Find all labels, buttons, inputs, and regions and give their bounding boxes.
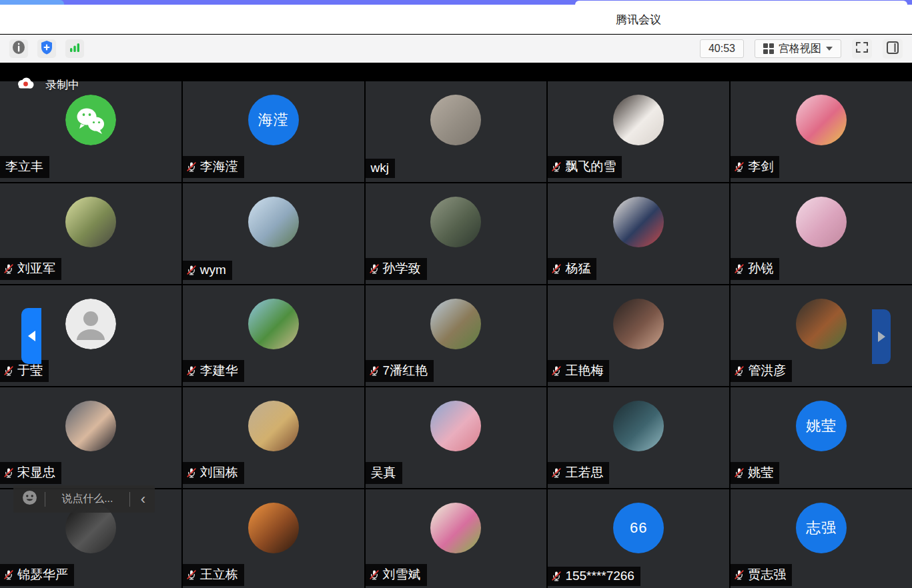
participant-tile[interactable]: 刘雪斌 (366, 489, 547, 588)
participant-tile[interactable]: 吴真 (366, 387, 547, 488)
network-quality-button[interactable] (65, 39, 84, 58)
mic-muted-icon (186, 467, 197, 478)
participant-tile[interactable]: 王若思 (548, 387, 729, 488)
participant-name-label: 7潘红艳 (366, 360, 434, 382)
participant-tile[interactable]: 李剑 (731, 81, 912, 182)
photo-avatar (248, 197, 299, 247)
participant-tile[interactable]: 刘亚军 (0, 183, 181, 284)
participant-name: 王艳梅 (565, 362, 603, 379)
photo-avatar (430, 197, 481, 247)
browser-tab-strip (0, 0, 912, 5)
participant-name: 刘亚军 (17, 260, 55, 277)
participant-tile[interactable]: 王立栋 (183, 489, 364, 588)
participant-name-label: 于莹 (0, 360, 49, 382)
participant-tile[interactable]: 66 155****7266 (548, 489, 729, 588)
participant-name: 李立丰 (5, 158, 43, 175)
participant-tile[interactable]: 飘飞的雪 (548, 81, 729, 182)
meeting-toolbar: 40:53 宫格视图 (0, 35, 912, 63)
participant-tile[interactable]: 孙锐 (731, 183, 912, 284)
mic-muted-icon (551, 161, 562, 172)
mic-muted-icon (186, 569, 197, 580)
meeting-info-button[interactable] (9, 39, 28, 58)
mic-muted-icon (186, 365, 197, 376)
participant-tile[interactable]: wkj (366, 81, 547, 182)
photo-avatar (613, 95, 664, 145)
layout-panel-button[interactable] (883, 39, 903, 59)
view-mode-button[interactable]: 宫格视图 (755, 39, 841, 58)
mic-muted-icon (551, 467, 562, 478)
photo-avatar (430, 95, 481, 145)
participant-name-label: 王立栋 (183, 564, 244, 586)
participant-name: 锦瑟华严 (17, 566, 68, 583)
photo-avatar (796, 299, 847, 349)
participant-name-label: 吴真 (366, 462, 402, 484)
chat-divider (45, 492, 45, 507)
photo-avatar (613, 401, 664, 451)
participant-name: 宋显忠 (17, 464, 55, 481)
participant-name: 王若思 (565, 464, 603, 481)
participant-name-label: 宋显忠 (0, 462, 61, 484)
security-shield-icon (40, 40, 53, 57)
toolbar-left-group (9, 39, 84, 58)
participant-tile[interactable]: 李建华 (183, 285, 364, 386)
photo-avatar (65, 197, 116, 247)
participant-tile[interactable]: 海滢 李海滢 (183, 81, 364, 182)
participant-tile[interactable]: 姚莹 姚莹 (731, 387, 912, 488)
mic-muted-icon (551, 571, 562, 581)
photo-avatar (430, 299, 481, 349)
mic-muted-icon (369, 365, 380, 376)
mic-muted-icon (3, 263, 14, 274)
page-title: 腾讯会议 (572, 12, 705, 27)
mic-muted-icon (369, 569, 380, 580)
participant-tile[interactable]: 王艳梅 (548, 285, 729, 386)
participant-name-label: 王若思 (548, 462, 609, 484)
browser-tab-segment (0, 0, 64, 5)
photo-avatar (796, 95, 847, 145)
participant-tile[interactable]: 刘国栋 (183, 387, 364, 488)
quick-chat-bar: 说点什么... ‹ (13, 485, 155, 513)
smiley-icon[interactable] (21, 489, 38, 509)
participant-name-label: 锦瑟华严 (0, 564, 74, 586)
participant-tile[interactable]: 志强 贾志强 (731, 489, 912, 588)
meeting-info-icon (11, 40, 26, 57)
security-button[interactable] (37, 39, 56, 58)
participant-name: wym (200, 263, 226, 277)
participant-tile[interactable]: 7潘红艳 (366, 285, 547, 386)
participant-name-label: 孙学致 (366, 258, 427, 280)
tencent-meeting-window: 腾讯会议 40:53 宫格视图 (0, 0, 912, 588)
participant-name-label: 155****7266 (548, 567, 640, 586)
participant-name-label: 李剑 (731, 156, 779, 178)
participant-tile[interactable]: wym (183, 183, 364, 284)
record-cloud-icon (16, 77, 35, 93)
title-bar: 腾讯会议 (0, 5, 912, 34)
participant-tile[interactable]: 杨猛 (548, 183, 729, 284)
participant-name: wkj (371, 161, 389, 175)
participant-name: 王立栋 (200, 566, 238, 583)
participant-avatar-initials: 海滢 (248, 95, 299, 145)
participant-name-label: 李建华 (183, 360, 244, 382)
participant-tile[interactable]: 李立丰 (0, 81, 181, 182)
participant-name-label: 孙锐 (731, 258, 779, 280)
page-right-button[interactable] (872, 309, 891, 364)
participant-name: 刘国栋 (200, 464, 238, 481)
photo-avatar (430, 503, 481, 553)
participant-tile[interactable]: 孙学致 (366, 183, 547, 284)
page-left-button[interactable] (21, 308, 41, 364)
meeting-timer: 40:53 (700, 39, 744, 58)
mic-muted-icon (551, 365, 562, 376)
fullscreen-button[interactable] (852, 39, 872, 59)
participant-name: 孙锐 (748, 260, 773, 277)
recording-indicator: 录制中 (16, 77, 79, 93)
photo-avatar (65, 401, 116, 451)
participant-avatar-initials: 志强 (796, 503, 847, 553)
mic-muted-icon (3, 365, 14, 376)
photo-avatar (613, 197, 664, 247)
mic-muted-icon (734, 365, 745, 376)
participant-name-label: 飘飞的雪 (548, 156, 622, 178)
photo-avatar (613, 299, 664, 349)
participant-tile[interactable]: 宋显忠 (0, 387, 181, 488)
photo-avatar (430, 401, 481, 451)
chat-input[interactable]: 说点什么... (52, 492, 123, 506)
participant-name: 姚莹 (748, 464, 773, 481)
chevron-left-icon[interactable]: ‹ (137, 492, 149, 507)
